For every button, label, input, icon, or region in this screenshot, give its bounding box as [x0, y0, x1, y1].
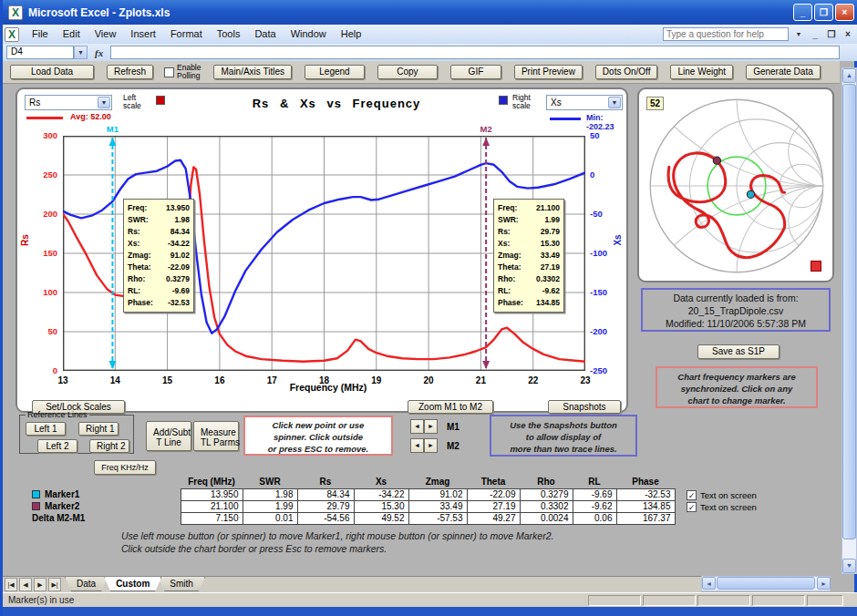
tab-smith[interactable]: Smith: [158, 577, 205, 591]
save-s1p-button[interactable]: Save as S1P: [697, 344, 780, 359]
minimize-button[interactable]: _: [793, 4, 812, 21]
table-cell: 1.99: [243, 500, 297, 512]
right1-button[interactable]: Right 1: [78, 422, 119, 436]
name-box[interactable]: D4: [6, 46, 74, 59]
xs-legend-text: Min: -202.23: [586, 113, 626, 131]
x-axis-tick: 16: [208, 375, 232, 385]
right2-button[interactable]: Right 2: [89, 439, 129, 453]
left-axis-tick: 100: [28, 287, 57, 297]
main-chart-panel[interactable]: Rs ▼ Left scale Avg: 52.00 Rs & Xs vs Fr…: [15, 87, 628, 413]
m2-spin-right-icon[interactable]: ►: [424, 438, 438, 453]
snapshots-button[interactable]: Snapshots: [548, 400, 621, 414]
menu-edit[interactable]: Edit: [56, 25, 88, 44]
left1-button[interactable]: Left 1: [26, 422, 66, 436]
right-scale-dropdown[interactable]: Xs ▼: [546, 95, 623, 110]
marker-readout-row: Rs:84.34: [128, 226, 190, 238]
smith-chart-panel[interactable]: 52: [637, 87, 834, 282]
marker-readout-row: Zmag:33.49: [498, 250, 560, 262]
question-dropdown-icon[interactable]: ▼: [792, 31, 805, 37]
m2-spin-left-icon[interactable]: ◄: [410, 438, 424, 453]
menu-help[interactable]: Help: [334, 25, 369, 44]
scroll-right-icon[interactable]: ►: [817, 577, 831, 590]
tab-data[interactable]: Data: [65, 577, 108, 591]
print-preview-button[interactable]: Print Preview: [514, 65, 583, 79]
table-cell: 27.19: [467, 500, 520, 512]
gif-button[interactable]: GIF: [450, 65, 501, 79]
scroll-left-icon[interactable]: ◄: [702, 577, 716, 590]
menu-format[interactable]: Format: [163, 25, 210, 44]
freq-units-button[interactable]: Freq KHz/Hz: [94, 460, 156, 475]
menu-tools[interactable]: Tools: [210, 25, 248, 44]
marker1-text-on-screen[interactable]: ✓ Text on screen: [687, 490, 757, 500]
m1-spin-left-icon[interactable]: ◄: [410, 419, 424, 434]
doc-restore-icon[interactable]: ❐: [825, 29, 838, 39]
status-cell: [588, 595, 641, 606]
main-axis-titles-button[interactable]: Main/Axis Titles: [213, 65, 291, 79]
close-button[interactable]: ×: [835, 4, 854, 21]
table-header: Rho: [520, 476, 573, 488]
left-scale-dropdown[interactable]: Rs ▼: [25, 95, 112, 110]
copy-button[interactable]: Copy: [377, 65, 438, 79]
left2-button[interactable]: Left 2: [37, 439, 77, 453]
marker-readout-row: Freq:21.100: [498, 202, 560, 214]
enable-polling-control[interactable]: Enable Polling: [164, 64, 201, 80]
vertical-scrollbar[interactable]: ▲ ▼: [842, 67, 857, 574]
reference-lines-title: Reference Lines: [26, 410, 89, 419]
right-axis-tick: -100: [590, 248, 621, 258]
dots-onoff-button[interactable]: Dots On/Off: [595, 65, 658, 79]
measure-tl-parms-button[interactable]: Measure TL Parms: [193, 421, 239, 451]
marker-readout-row: Xs:-34.22: [128, 238, 190, 250]
smith-marker1-dot[interactable]: [747, 190, 754, 198]
doc-close-icon[interactable]: ×: [842, 29, 854, 39]
scroll-down-icon[interactable]: ▼: [842, 559, 856, 573]
doc-minimize-icon[interactable]: _: [809, 29, 821, 39]
enable-polling-checkbox[interactable]: [164, 67, 174, 77]
checkmark-icon[interactable]: ✓: [687, 490, 697, 500]
table-cell: 33.49: [408, 500, 467, 512]
legend-button[interactable]: Legend: [305, 65, 365, 79]
formula-input[interactable]: [110, 46, 840, 59]
generate-data-button[interactable]: Generate Data: [746, 65, 821, 79]
left-axis-tick: 200: [28, 209, 57, 219]
scroll-up-icon[interactable]: ▲: [842, 68, 856, 83]
next-sheet-icon[interactable]: ▶: [34, 578, 46, 591]
restore-button[interactable]: ❐: [814, 4, 833, 21]
sheet-icon[interactable]: X: [5, 27, 19, 42]
m1-spinner: ◄ ► M1: [410, 419, 459, 434]
question-input[interactable]: [663, 27, 789, 41]
checkmark-icon[interactable]: ✓: [687, 502, 697, 512]
menu-data[interactable]: Data: [247, 25, 283, 44]
menu-view[interactable]: View: [88, 25, 124, 44]
refresh-button[interactable]: Refresh: [107, 65, 153, 79]
menu-file[interactable]: File: [25, 25, 56, 44]
prev-sheet-icon[interactable]: ◀: [19, 578, 32, 591]
chevron-down-icon[interactable]: ▼: [608, 97, 621, 108]
zoom-m1-m2-button[interactable]: Zoom M1 to M2: [408, 400, 493, 414]
tab-custom[interactable]: Custom: [104, 577, 161, 591]
name-box-dropdown-icon[interactable]: ▼: [74, 46, 88, 59]
row-label: Delta M2-M1: [30, 512, 181, 524]
smith-marker2-dot[interactable]: [713, 157, 720, 164]
last-sheet-icon[interactable]: ▶|: [48, 578, 61, 591]
marker1-readout-box: Freq:13.950SWR:1.98Rs:84.34Xs:-34.22Zmag…: [123, 199, 194, 313]
vertical-scroll-thumb[interactable]: [842, 84, 856, 539]
table-cell: 0.0024: [520, 512, 573, 524]
horizontal-scrollbar[interactable]: ◄ ►: [701, 576, 831, 591]
line-weight-button[interactable]: Line Weight: [670, 65, 733, 79]
chevron-down-icon[interactable]: ▼: [98, 97, 110, 108]
add-subt-tline-button[interactable]: Add/Subt T Line: [146, 421, 191, 451]
smith-legend-swatch: [811, 261, 821, 272]
fx-icon[interactable]: fx: [95, 47, 103, 58]
menu-insert[interactable]: Insert: [123, 25, 163, 44]
smith-chart[interactable]: [643, 92, 831, 280]
sheet-tab-bar: |◀ ◀ ▶ ▶| Data Custom Smith: [3, 576, 701, 592]
load-data-button[interactable]: Load Data: [10, 65, 94, 79]
first-sheet-icon[interactable]: |◀: [5, 578, 17, 591]
snapshots-note-line2: to allow display of: [491, 431, 635, 443]
sync-note-line3: chart to change marker.: [657, 395, 816, 406]
m1-spin-right-icon[interactable]: ►: [424, 419, 438, 434]
marker2-text-on-screen[interactable]: ✓ Text on screen: [687, 502, 757, 512]
horizontal-scroll-thumb[interactable]: [717, 577, 815, 590]
menu-window[interactable]: Window: [284, 25, 334, 44]
m1-spinner-label: M1: [447, 422, 459, 432]
